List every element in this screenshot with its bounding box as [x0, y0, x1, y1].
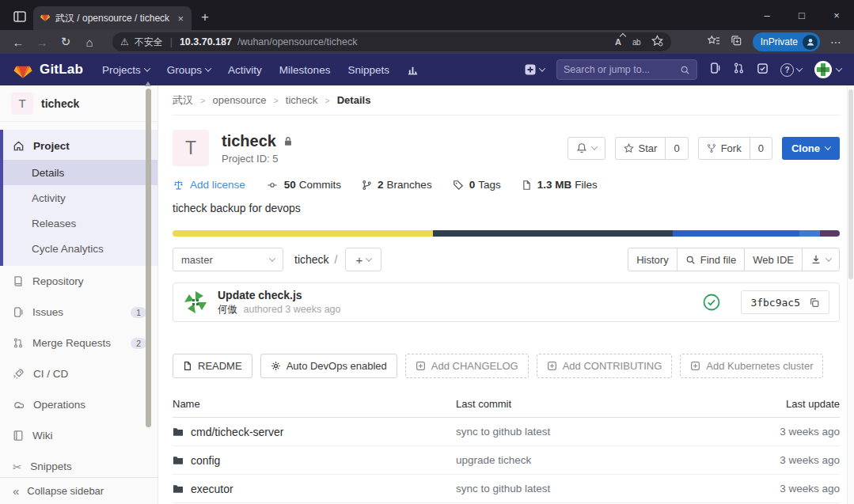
- commit-title[interactable]: Update check.js: [218, 289, 693, 301]
- row-commit-message[interactable]: sync to github latest: [456, 426, 729, 438]
- gitlab-logo[interactable]: GitLab: [13, 59, 83, 80]
- merge-requests-icon[interactable]: [733, 62, 745, 78]
- help-menu[interactable]: ?: [780, 63, 802, 77]
- pipeline-passed-icon[interactable]: [703, 294, 720, 311]
- language-segment[interactable]: [433, 230, 673, 237]
- nav-snippets[interactable]: Snippets: [347, 64, 389, 76]
- page-scrollbar[interactable]: [847, 85, 854, 504]
- window-maximize-button[interactable]: □: [784, 0, 819, 30]
- search-input[interactable]: [564, 64, 680, 75]
- browser-tab[interactable]: 武汉 / opensource / ticheck · Gi ×: [33, 6, 192, 30]
- breadcrumb-group[interactable]: 武汉: [173, 93, 193, 108]
- fork-count[interactable]: 0: [750, 137, 772, 160]
- window-minimize-button[interactable]: –: [750, 0, 784, 30]
- tags-stat[interactable]: 0Tags: [453, 179, 501, 191]
- sidebar-item-project[interactable]: Project: [3, 131, 158, 160]
- sidebar-item-wiki[interactable]: Wiki: [0, 420, 158, 451]
- auto-devops-button[interactable]: Auto DevOps enabled: [260, 354, 397, 378]
- add-file-dropdown[interactable]: +: [345, 248, 381, 271]
- file-name[interactable]: executor: [191, 483, 233, 495]
- collapse-sidebar-button[interactable]: « Collapse sidebar: [0, 477, 158, 504]
- fork-button[interactable]: Fork: [698, 137, 750, 160]
- web-ide-button[interactable]: Web IDE: [744, 248, 803, 271]
- back-icon[interactable]: ←: [8, 36, 28, 49]
- tree-path-root[interactable]: ticheck: [294, 253, 329, 266]
- file-name[interactable]: config: [191, 454, 220, 467]
- add-contributing-button[interactable]: Add CONTRIBUTING: [537, 354, 673, 378]
- notifications-dropdown[interactable]: [567, 137, 605, 160]
- branches-stat[interactable]: 2Branches: [362, 179, 432, 191]
- favorites-bar-icon[interactable]: [708, 35, 720, 50]
- commit-sha[interactable]: 3fbc9ac5: [750, 297, 800, 309]
- tab-actions-icon[interactable]: [6, 5, 33, 28]
- find-file-button[interactable]: Find file: [677, 248, 746, 271]
- new-tab-button[interactable]: +: [201, 9, 209, 25]
- history-button[interactable]: History: [628, 248, 677, 271]
- sidebar-item-issues[interactable]: Issues 1: [0, 297, 158, 328]
- reload-icon[interactable]: ↻: [55, 35, 76, 49]
- sidebar-project-header[interactable]: T ticheck: [0, 85, 158, 122]
- browser-menu-icon[interactable]: ⋯: [830, 36, 841, 48]
- table-row[interactable]: config upgrade ticheck 3 weeks ago: [173, 446, 840, 475]
- sidebar-item-operations[interactable]: Operations: [0, 389, 158, 420]
- security-label[interactable]: 不安全: [135, 36, 163, 49]
- charts-icon[interactable]: [407, 64, 419, 76]
- todos-icon[interactable]: [757, 63, 769, 78]
- sidebar-item-cycle-analytics[interactable]: Cycle Analytics: [3, 236, 158, 261]
- help-icon: ?: [780, 63, 794, 77]
- language-segment[interactable]: [173, 230, 433, 237]
- add-kubernetes-cluster-button[interactable]: Add Kubernetes cluster: [680, 354, 823, 378]
- project-avatar-large: T: [173, 130, 209, 166]
- star-button[interactable]: Star: [615, 137, 666, 160]
- window-close-button[interactable]: ×: [819, 0, 854, 30]
- tab-close-icon[interactable]: ×: [176, 13, 185, 25]
- file-name[interactable]: cmd/ticheck-server: [191, 426, 283, 438]
- nav-groups[interactable]: Groups: [167, 64, 211, 76]
- commit-author[interactable]: 何傲: [218, 304, 237, 315]
- language-segment[interactable]: [673, 230, 799, 237]
- copy-icon[interactable]: [809, 297, 820, 309]
- commits-stat[interactable]: 50Commits: [266, 179, 341, 191]
- row-commit-message[interactable]: sync to github latest: [456, 483, 729, 495]
- breadcrumb-project[interactable]: ticheck: [286, 94, 317, 106]
- user-menu[interactable]: [814, 60, 841, 79]
- search-box[interactable]: [556, 59, 697, 80]
- row-commit-message[interactable]: upgrade ticheck: [456, 454, 729, 466]
- scroll-up-arrow[interactable]: [145, 81, 151, 86]
- sidebar-item-releases[interactable]: Releases: [3, 210, 158, 236]
- table-row[interactable]: cmd/ticheck-server sync to github latest…: [173, 418, 840, 446]
- star-count[interactable]: 0: [665, 137, 688, 160]
- collections-icon[interactable]: [731, 35, 742, 50]
- scrollbar-thumb[interactable]: [848, 89, 853, 279]
- add-license-link[interactable]: Add license: [173, 179, 245, 191]
- nav-milestones[interactable]: Milestones: [279, 64, 331, 76]
- sidebar-scrollbar[interactable]: [146, 89, 151, 427]
- files-stat[interactable]: 1.3 MBFiles: [522, 179, 598, 191]
- add-changelog-button[interactable]: Add CHANGELOG: [405, 354, 529, 378]
- sidebar-item-repository[interactable]: Repository: [0, 266, 158, 297]
- inprivate-badge[interactable]: InPrivate: [753, 32, 820, 51]
- clone-button[interactable]: Clone: [782, 137, 840, 160]
- sidebar-item-activity[interactable]: Activity: [3, 185, 158, 210]
- language-segment[interactable]: [799, 230, 819, 237]
- sidebar-item-ci-cd[interactable]: CI / CD: [0, 358, 158, 389]
- nav-activity[interactable]: Activity: [228, 64, 262, 76]
- sidebar-item-merge-requests[interactable]: Merge Requests 2: [0, 328, 158, 358]
- new-menu-button[interactable]: [524, 63, 545, 76]
- add-favorite-icon[interactable]: [651, 35, 663, 50]
- home-icon[interactable]: ⌂: [79, 36, 100, 49]
- language-bar[interactable]: [173, 230, 840, 237]
- address-bar[interactable]: ⚠ 不安全 | 10.3.70.187/wuhan/opensource/tic…: [112, 32, 671, 51]
- nav-projects[interactable]: Projects: [102, 64, 150, 76]
- read-aloud-icon[interactable]: A: [615, 37, 621, 47]
- breadcrumb: 武汉 > opensource > ticheck > Details: [173, 85, 840, 116]
- language-segment[interactable]: [820, 230, 840, 237]
- download-dropdown[interactable]: [802, 248, 840, 271]
- branch-selector[interactable]: master: [173, 248, 283, 271]
- readme-button[interactable]: README: [173, 354, 252, 378]
- breadcrumb-subgroup[interactable]: opensource: [212, 94, 266, 106]
- translate-icon[interactable]: ab: [632, 38, 640, 47]
- table-row[interactable]: executor sync to github latest 3 weeks a…: [173, 475, 840, 503]
- sidebar-item-details[interactable]: Details: [3, 160, 158, 185]
- issues-icon[interactable]: [709, 62, 721, 78]
